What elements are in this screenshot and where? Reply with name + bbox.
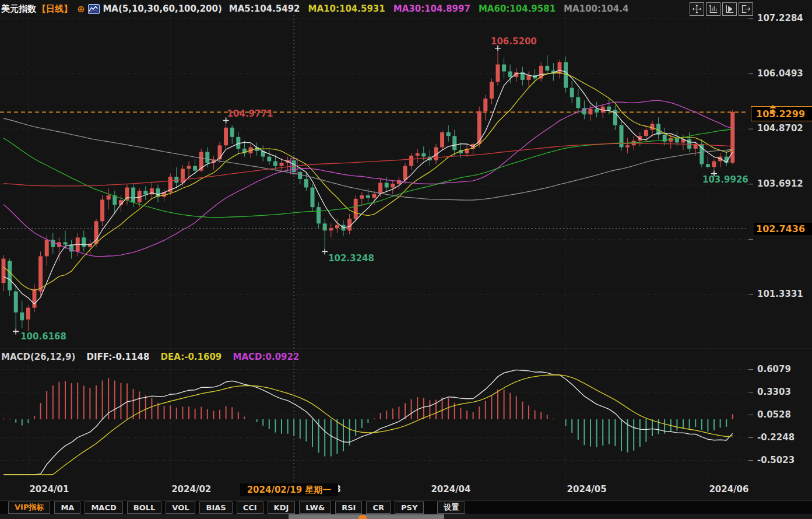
chart-toolbar-icons: [690, 2, 753, 16]
axis-scale-chart-icon[interactable]: [706, 2, 720, 16]
chart-scrollbar[interactable]: [0, 514, 812, 519]
ma5-value: MA5:104.5492: [229, 3, 300, 14]
trading-chart-app: 美元指数 【日线】 ⊕ MA(5,10,30,60,100,200) MA5:1…: [0, 0, 812, 519]
candlestick-chart[interactable]: [0, 0, 812, 519]
low-annotation: 103.9926: [702, 174, 748, 185]
price-axis-label: 104.8702: [757, 123, 803, 134]
settings-button[interactable]: 设置: [437, 502, 465, 514]
chart-header: 美元指数 【日线】 ⊕ MA(5,10,30,60,100,200) MA5:1…: [1, 2, 637, 16]
tab-rsi[interactable]: RSI: [335, 502, 362, 514]
indicator-toolbar: VIP指标 MA MACD BOLL VOL BIAS CCI KDJ LW& …: [0, 500, 812, 514]
tab-kdj[interactable]: KDJ: [268, 502, 296, 514]
tab-macd[interactable]: MACD: [85, 502, 122, 514]
price-axis-label: 103.6912: [757, 178, 803, 189]
crosshair-price-label: 102.7436: [754, 223, 812, 235]
low-annotation: 100.6168: [20, 331, 66, 342]
x-axis-month-label: 2024/04: [431, 484, 470, 495]
tab-boll[interactable]: BOLL: [127, 502, 162, 514]
x-axis-month-label: 2024/01: [29, 484, 69, 495]
last-price-tag: 105.2299: [751, 106, 812, 121]
chart-background: [0, 0, 812, 519]
tab-psy[interactable]: PSY: [395, 502, 424, 514]
diff-value: DIFF:-0.1148: [87, 352, 150, 362]
tab-ma[interactable]: MA: [54, 502, 80, 514]
macd-axis-label: -0.5023: [757, 455, 795, 465]
kline-chart-icon[interactable]: [88, 4, 100, 14]
price-axis-label: 107.2284: [757, 13, 803, 23]
crosshair-date-label: 2024/02/19 星期一: [240, 483, 338, 496]
price-axis-label: 106.0493: [757, 68, 803, 79]
tab-bias[interactable]: BIAS: [199, 502, 232, 514]
price-axis-label: 101.3331: [757, 289, 803, 299]
high-annotation: 104.9771: [227, 108, 273, 119]
ma100-value: MA100:104.4: [564, 3, 628, 14]
tab-vip-indicator[interactable]: VIP指标: [8, 502, 50, 514]
x-axis-month-label: 2024/06: [709, 484, 748, 495]
price-up-arrows-icon: [769, 105, 776, 113]
symbol-name: 美元指数: [1, 3, 36, 15]
macd-value: MACD:0.0922: [233, 352, 300, 362]
macd-axis-label: -0.2248: [757, 432, 795, 443]
macd-axis-label: 0.6079: [757, 364, 791, 374]
ma-settings-label: MA(5,10,30,60,100,200): [103, 3, 222, 14]
macd-params-label: MACD(26,12,9): [1, 352, 75, 362]
dea-value: DEA:-0.1609: [161, 352, 222, 362]
ma30-value: MA30:104.8997: [393, 3, 470, 14]
high-annotation: 106.5200: [491, 36, 537, 47]
pan-tool-icon[interactable]: [690, 2, 704, 16]
macd-header: MACD(26,12,9) DIFF:-0.1148 DEA:-0.1609 M…: [1, 352, 307, 362]
x-axis-month-label: 2024/02: [171, 484, 211, 495]
tab-vol[interactable]: VOL: [166, 502, 195, 514]
tab-cci[interactable]: CCI: [237, 502, 263, 514]
ma60-value: MA60:104.9581: [479, 3, 556, 14]
x-axis-month-label: 2024/05: [567, 484, 607, 495]
ma10-value: MA10:104.5931: [308, 3, 385, 14]
exit-icon[interactable]: [739, 2, 753, 16]
macd-axis-label: 0.3303: [757, 387, 791, 397]
low-annotation: 102.3248: [328, 253, 374, 264]
playback-chart-icon[interactable]: [722, 2, 737, 16]
macd-axis-label: 0.0528: [757, 409, 791, 420]
add-indicator-icon[interactable]: ⊕: [77, 3, 85, 15]
tab-lw[interactable]: LW&: [299, 502, 331, 514]
tab-cr[interactable]: CR: [366, 502, 391, 514]
period-label: 【日线】: [37, 3, 72, 15]
